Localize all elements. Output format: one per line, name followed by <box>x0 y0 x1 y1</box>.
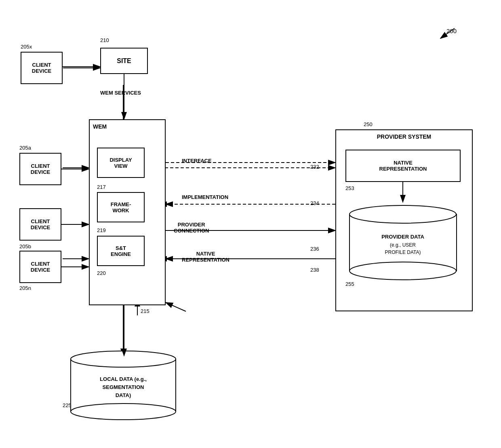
arrow-200 <box>436 24 461 40</box>
ref-250: 250 <box>364 121 373 127</box>
implementation-label: IMPLEMENTATION <box>182 194 228 200</box>
ref-215: 215 <box>141 308 149 314</box>
ref-236: 236 <box>310 246 319 252</box>
st-engine-box: S&TENGINE <box>97 236 145 266</box>
ref-238: 238 <box>310 267 319 273</box>
provider-connection-label: PROVIDERCONNECTION <box>174 222 209 234</box>
svg-text:PROFILE DATA): PROFILE DATA) <box>385 249 421 255</box>
client-device-x: CLIENTDEVICE <box>21 52 63 84</box>
svg-text:(e.g., USER: (e.g., USER <box>390 242 416 248</box>
interface-label: INTERFACE <box>182 158 212 164</box>
client-device-b: CLIENTDEVICE <box>19 208 61 241</box>
display-view-box: DISPLAYVIEW <box>97 148 145 178</box>
svg-text:PROVIDER DATA: PROVIDER DATA <box>381 234 424 240</box>
native-rep-label: NATIVEREPRESENTATION <box>182 251 229 263</box>
svg-text:DATA): DATA) <box>116 392 131 398</box>
ref-205a: 205a <box>19 145 31 151</box>
ref-234: 234 <box>310 200 319 206</box>
ref-217: 217 <box>97 184 106 190</box>
ref-205n: 205n <box>19 285 31 291</box>
svg-point-24 <box>71 351 176 367</box>
svg-point-18 <box>349 205 456 223</box>
diagram: 200 205x CLIENTDEVICE 210 SITE WEM SERVI… <box>0 0 501 448</box>
native-representation-box: NATIVEREPRESENTATION <box>345 150 461 182</box>
ref-253: 253 <box>345 185 354 191</box>
svg-line-16 <box>440 28 455 38</box>
client-device-a: CLIENTDEVICE <box>19 153 61 185</box>
svg-point-25 <box>71 404 176 420</box>
wem-services-label: WEM SERVICES <box>100 90 141 96</box>
svg-text:LOCAL DATA (e.g.,: LOCAL DATA (e.g., <box>100 376 147 382</box>
ref-232: 232 <box>310 164 319 170</box>
ref-210: 210 <box>100 37 109 43</box>
ref-255: 255 <box>345 281 354 287</box>
client-device-n: CLIENTDEVICE <box>19 251 61 283</box>
framework-box: FRAME-WORK <box>97 192 145 222</box>
site-box: SITE <box>100 48 148 74</box>
provider-data-cylinder: PROVIDER DATA (e.g., USER PROFILE DATA) <box>345 202 461 283</box>
svg-line-41 <box>166 302 186 311</box>
svg-point-19 <box>349 262 456 280</box>
ref-220: 220 <box>97 270 106 276</box>
local-data-cylinder: LOCAL DATA (e.g., SEGMENTATION DATA) <box>67 348 180 425</box>
svg-text:SEGMENTATION: SEGMENTATION <box>103 384 144 390</box>
ref-225: 225 <box>63 402 72 408</box>
ref-219: 219 <box>97 227 106 233</box>
ref-205x: 205x <box>21 44 32 50</box>
ref-205b: 205b <box>19 243 31 249</box>
